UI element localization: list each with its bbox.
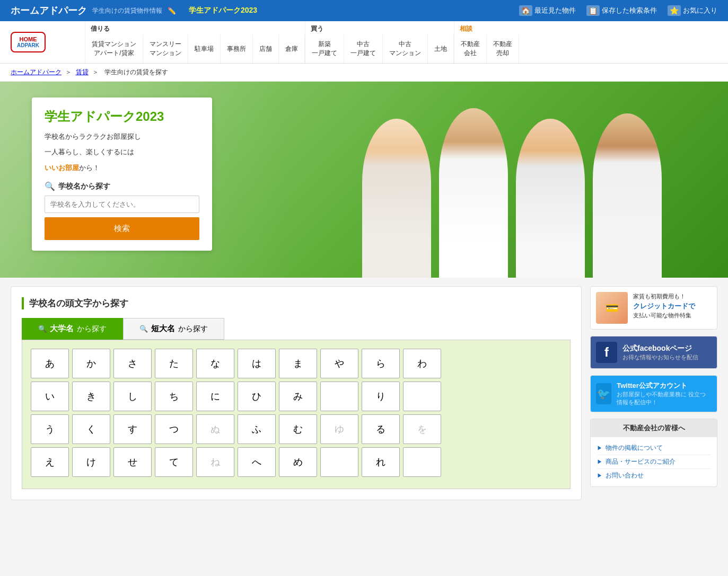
nav-item-new-house[interactable]: 新築一戸建て [305,34,344,63]
saved-search-link[interactable]: 📋 保存した検索条件 [586,5,657,16]
tab-university[interactable]: 🔍 大学名 から探す [22,318,123,340]
kana-ri[interactable]: り [362,382,400,411]
facebook-title: 公式facebookページ [622,344,698,353]
kana-tsu[interactable]: つ [155,414,193,444]
kana-e[interactable]: え [31,447,69,477]
kana-ya[interactable]: や [320,349,358,378]
breadcrumb: ホームアドパーク ＞ 賃貸 ＞ 学生向けの賃貸を探す [0,64,728,82]
breadcrumb-rent[interactable]: 賃貸 [76,68,89,76]
facebook-icon: f [596,342,617,363]
tab-row: 🔍 大学名 から探す 🔍 短大名 から探す [22,318,571,340]
fudosan-list: ▶ 物件の掲載について ▶ 商品・サービスのご紹介 ▶ お問い合わせ [591,437,717,486]
twitter-text: Twitter公式アカウント お部屋探しや不動産業務に 役立つ情報を配信中！ [617,381,712,406]
hero-card-text-3: いいお部屋から！ [45,162,199,174]
kana-ru[interactable]: る [362,414,400,444]
kana-ha[interactable]: は [238,349,276,378]
campaign-link[interactable]: 学生アドパーク2023 [189,6,257,15]
site-title: ホームアドパーク [11,4,87,17]
credit-card-inner: 💳 家賃も初期費用も！ クレジットカードで 支払い可能な物件特集 [591,287,717,329]
logo[interactable]: HOME ADPARK [11,32,46,52]
section-title: 学校名の頭文字から探す [22,297,571,309]
logo-home: HOME [20,36,37,42]
credit-card-text: 家賃も初期費用も！ クレジットカードで 支払い可能な物件特集 [633,292,712,320]
kana-re[interactable]: れ [362,447,400,477]
kana-me[interactable]: め [279,447,317,477]
kana-a[interactable]: あ [31,349,69,378]
kana-te[interactable]: て [155,447,193,477]
kana-mi[interactable]: み [279,382,317,411]
kana-yu: ゆ [320,414,358,444]
favorites-link[interactable]: ⭐ お気に入り [668,5,717,16]
fudosan-item-2[interactable]: ▶ 商品・サービスのご紹介 [597,455,711,469]
nav-group-rent: 借りる 賃貸マンションアパート/貸家 マンスリーマンション 駐車場 事務所 店舗… [85,21,305,63]
kana-si[interactable]: し [113,382,152,411]
kana-su[interactable]: す [113,414,152,444]
nav-group-buy: 買う 新築一戸建て 中古一戸建て 中古マンション 土地 [305,21,454,63]
kana-hi[interactable]: ひ [238,382,276,411]
fudosan-item-3[interactable]: ▶ お問い合わせ [597,469,711,482]
kana-chi[interactable]: ち [155,382,193,411]
hero-card-text-1: 学校名からラクラクお部屋探し [45,130,199,143]
kana-u[interactable]: う [31,414,69,444]
nav-item-parking[interactable]: 駐車場 [188,34,221,63]
recent-properties-link[interactable]: 🏠 最近見た物件 [519,5,576,16]
hero-card: 学生アドパーク2023 学校名からラクラクお部屋探し 一人暮らし、楽しくするには… [32,98,212,251]
nav-item-shop[interactable]: 店舗 [253,34,279,63]
breadcrumb-home[interactable]: ホームアドパーク [11,68,62,76]
kana-fu[interactable]: ふ [238,414,276,444]
cc-sub-text: 支払い可能な物件特集 [633,311,712,320]
facebook-widget[interactable]: f 公式facebookページ お得な情報やお知らせを配信 [590,336,717,369]
nav-item-monthly[interactable]: マンスリーマンション [143,34,188,63]
kana-na[interactable]: な [196,349,234,378]
kana-se[interactable]: せ [113,447,152,477]
nav-item-realestate-company[interactable]: 不動産会社 [454,34,487,63]
kana-ra[interactable]: ら [362,349,400,378]
kana-mu[interactable]: む [279,414,317,444]
nav-sections: 借りる 賃貸マンションアパート/貸家 マンスリーマンション 駐車場 事務所 店舗… [85,21,728,63]
breadcrumb-current: 学生向けの賃貸を探す [104,68,168,76]
cc-title: クレジットカードで [633,301,712,312]
site-subtitle: 学生向けの賃貸物件情報 [92,6,162,15]
top-header: ホームアドパーク 学生向けの賃貸物件情報 ✏️ 学生アドパーク2023 🏠 最近… [0,0,728,21]
rent-label: 借りる [85,21,305,34]
fudosan-item-1[interactable]: ▶ 物件の掲載について [597,441,711,455]
kana-he[interactable]: へ [238,447,276,477]
top-header-right: 🏠 最近見た物件 📋 保存した検索条件 ⭐ お気に入り [519,5,717,16]
kana-empty-3 [320,447,358,477]
cc-top-text: 家賃も初期費用も！ [633,292,712,301]
recent-icon: 🏠 [519,5,532,16]
nav-item-office[interactable]: 事務所 [221,34,253,63]
kana-ni[interactable]: に [196,382,234,411]
kana-empty-4 [403,447,441,477]
nav-item-realestate-sale[interactable]: 不動産売却 [487,34,519,63]
kana-wa[interactable]: わ [403,349,441,378]
tab-junior-college[interactable]: 🔍 短大名 から探す [123,318,224,340]
kana-empty-2 [403,382,441,411]
kana-sa[interactable]: さ [113,349,152,378]
person-4 [593,113,662,278]
nav-item-land[interactable]: 土地 [428,34,454,63]
kana-ma[interactable]: ま [279,349,317,378]
school-name-input[interactable] [45,196,199,213]
nav-item-used-mansion[interactable]: 中古マンション [383,34,428,63]
kana-ne: ね [196,447,234,477]
nav-item-mansion[interactable]: 賃貸マンションアパート/貸家 [85,34,143,63]
kana-ta[interactable]: た [155,349,193,378]
kana-ke[interactable]: け [72,447,110,477]
kana-ku[interactable]: く [72,414,110,444]
nav-group-consult: 相談 不動産会社 不動産売却 [454,21,519,63]
main-content: 学校名の頭文字から探す 🔍 大学名 から探す 🔍 短大名 から探す あ か さ … [0,278,728,509]
rent-items: 賃貸マンションアパート/貸家 マンスリーマンション 駐車場 事務所 店舗 倉庫 [85,34,305,63]
nav-item-warehouse[interactable]: 倉庫 [279,34,305,63]
kana-ki[interactable]: き [72,382,110,411]
nav-item-used-house[interactable]: 中古一戸建て [344,34,383,63]
hero-search-button[interactable]: 検索 [45,217,199,240]
nav-bar: HOME ADPARK 借りる 賃貸マンションアパート/貸家 マンスリーマンショ… [0,21,728,64]
credit-card-widget[interactable]: 💳 家賃も初期費用も！ クレジットカードで 支払い可能な物件特集 [590,286,717,330]
kana-i[interactable]: い [31,382,69,411]
breadcrumb-sep1: ＞ [65,68,72,76]
twitter-widget[interactable]: 🐦 Twitter公式アカウント お部屋探しや不動産業務に 役立つ情報を配信中！ [590,375,717,412]
hero-card-title: 学生アドパーク2023 [45,108,199,125]
campaign-pencil-icon: ✏️ [168,7,176,15]
kana-ka[interactable]: か [72,349,110,378]
